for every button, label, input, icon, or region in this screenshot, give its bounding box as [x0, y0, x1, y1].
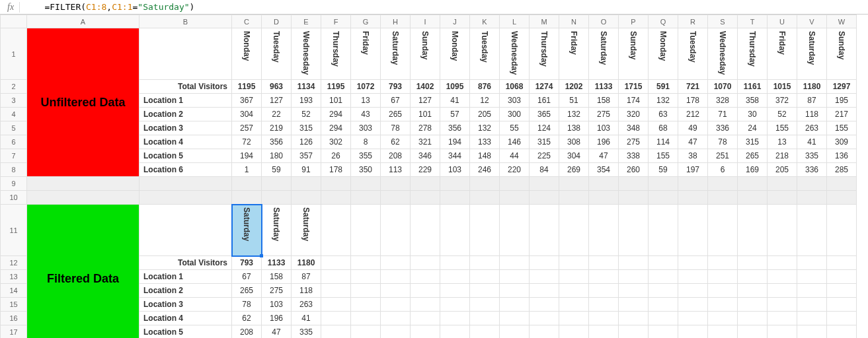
cell[interactable] — [411, 312, 440, 325]
cell[interactable] — [738, 191, 768, 205]
data-cell[interactable]: 24 — [738, 121, 768, 135]
data-cell[interactable]: 194 — [440, 135, 470, 149]
filtered-location-label[interactable]: Location 2 — [139, 284, 232, 298]
data-cell[interactable]: 59 — [649, 163, 678, 177]
cell[interactable] — [500, 325, 530, 339]
cell[interactable] — [440, 284, 470, 298]
data-cell[interactable]: 219 — [262, 121, 292, 135]
total-cell[interactable]: 1134 — [292, 80, 321, 94]
data-cell[interactable]: 320 — [619, 108, 649, 121]
cell[interactable] — [321, 284, 351, 298]
cell[interactable] — [411, 270, 440, 284]
cell[interactable] — [559, 312, 589, 325]
cell[interactable] — [500, 284, 530, 298]
cell[interactable] — [768, 177, 797, 191]
cell[interactable] — [440, 191, 470, 205]
total-cell[interactable]: 1095 — [440, 80, 470, 94]
cell[interactable] — [470, 325, 500, 339]
cell[interactable] — [559, 270, 589, 284]
data-cell[interactable]: 161 — [530, 94, 559, 108]
row-header-3[interactable]: 3 — [1, 94, 27, 108]
cell[interactable] — [708, 205, 738, 256]
cell[interactable] — [797, 177, 827, 191]
cell[interactable] — [678, 312, 708, 325]
day-header[interactable]: Sunday — [411, 28, 440, 80]
location-label[interactable]: Location 3 — [139, 121, 232, 135]
data-cell[interactable]: 356 — [262, 135, 292, 149]
cell[interactable] — [738, 312, 768, 325]
filtered-day-header[interactable]: Saturday — [262, 205, 292, 256]
cell[interactable] — [738, 205, 768, 256]
cell[interactable] — [589, 191, 619, 205]
cell[interactable] — [27, 177, 139, 191]
cell[interactable] — [797, 284, 827, 298]
data-cell[interactable]: 303 — [351, 121, 381, 135]
data-cell[interactable]: 336 — [797, 163, 827, 177]
data-cell[interactable]: 197 — [678, 163, 708, 177]
cell[interactable] — [768, 256, 797, 270]
cell[interactable] — [708, 284, 738, 298]
cell[interactable] — [619, 284, 649, 298]
cell[interactable] — [619, 312, 649, 325]
data-cell[interactable]: 335 — [797, 149, 827, 163]
data-cell[interactable]: 338 — [619, 149, 649, 163]
data-cell[interactable]: 218 — [768, 149, 797, 163]
cell[interactable] — [797, 270, 827, 284]
cell[interactable] — [827, 325, 857, 339]
cell[interactable] — [797, 205, 827, 256]
data-cell[interactable]: 1 — [232, 163, 262, 177]
cell[interactable] — [381, 325, 411, 339]
cell[interactable] — [351, 256, 381, 270]
total-cell[interactable]: 1195 — [232, 80, 262, 94]
data-cell[interactable]: 136 — [827, 149, 857, 163]
data-cell[interactable]: 49 — [678, 121, 708, 135]
data-cell[interactable]: 205 — [470, 108, 500, 121]
cell[interactable] — [27, 191, 139, 205]
filtered-data-cell[interactable]: 265 — [232, 284, 262, 298]
data-cell[interactable]: 225 — [530, 149, 559, 163]
data-cell[interactable]: 127 — [262, 94, 292, 108]
cell[interactable] — [440, 298, 470, 312]
data-cell[interactable]: 91 — [292, 163, 321, 177]
cell[interactable] — [500, 312, 530, 325]
data-cell[interactable]: 357 — [292, 149, 321, 163]
cell[interactable] — [321, 205, 351, 256]
col-header-U[interactable]: U — [768, 15, 797, 28]
day-header[interactable]: Sunday — [619, 28, 649, 80]
data-cell[interactable]: 101 — [411, 108, 440, 121]
total-cell[interactable]: 1202 — [559, 80, 589, 94]
cell[interactable] — [139, 205, 232, 256]
data-cell[interactable]: 124 — [530, 121, 559, 135]
day-header[interactable]: Tuesday — [262, 28, 292, 80]
data-cell[interactable]: 67 — [381, 94, 411, 108]
cell[interactable] — [559, 256, 589, 270]
cell[interactable] — [262, 191, 292, 205]
cell[interactable] — [589, 270, 619, 284]
data-cell[interactable]: 101 — [321, 94, 351, 108]
data-cell[interactable]: 113 — [381, 163, 411, 177]
cell[interactable] — [738, 270, 768, 284]
data-cell[interactable]: 84 — [530, 163, 559, 177]
row-header-11[interactable]: 11 — [1, 205, 27, 256]
cell[interactable] — [381, 191, 411, 205]
cell[interactable] — [411, 284, 440, 298]
data-cell[interactable]: 356 — [440, 121, 470, 135]
total-cell[interactable]: 1195 — [321, 80, 351, 94]
data-cell[interactable]: 155 — [768, 121, 797, 135]
cell[interactable] — [351, 325, 381, 339]
data-cell[interactable]: 133 — [470, 135, 500, 149]
cell[interactable] — [589, 312, 619, 325]
cell[interactable] — [530, 284, 559, 298]
data-cell[interactable]: 41 — [797, 135, 827, 149]
cell[interactable] — [708, 270, 738, 284]
data-cell[interactable]: 302 — [321, 135, 351, 149]
cell[interactable] — [797, 298, 827, 312]
cell[interactable] — [649, 191, 678, 205]
data-cell[interactable]: 251 — [708, 149, 738, 163]
cell[interactable] — [589, 177, 619, 191]
spreadsheet-grid[interactable]: ABCDEFGHIJKLMNOPQRSTUVW1Unfiltered DataM… — [0, 15, 868, 338]
cell[interactable] — [678, 325, 708, 339]
data-cell[interactable]: 344 — [440, 149, 470, 163]
day-header[interactable]: Monday — [232, 28, 262, 80]
cell[interactable] — [589, 256, 619, 270]
